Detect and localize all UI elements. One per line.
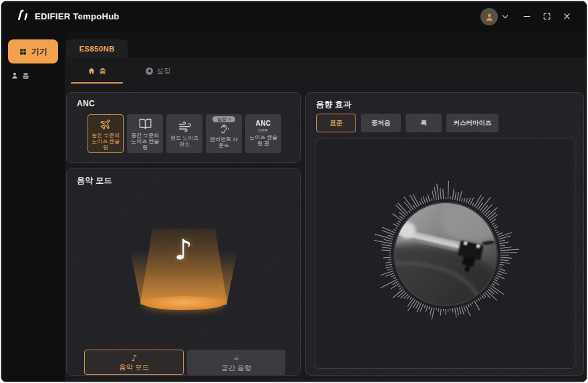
preset-bass-label: 중저음: [372, 119, 391, 128]
anc-mode-medium[interactable]: 중간 수준의 노이즈 캔슬링: [127, 114, 163, 153]
app-window: EDIFIER TempoHub: [1, 1, 587, 382]
music-mode-section: 음악 모드 ♪ ♪ 음악 모드: [66, 168, 301, 376]
preset-rock[interactable]: 록: [406, 114, 442, 132]
music-note-icon: ♪: [67, 233, 300, 266]
preset-standard[interactable]: 표준: [316, 114, 356, 132]
subtab-home[interactable]: 홈: [71, 63, 123, 79]
anc-mode-wind[interactable]: 윈드 노이즈 감소: [166, 114, 202, 153]
preset-standard-label: 표준: [330, 119, 343, 128]
sidebar-item-device[interactable]: 기기: [8, 39, 58, 63]
sidebar-item-device-label: 기기: [31, 46, 47, 57]
user-icon: [484, 12, 494, 22]
anc-mode-ambient-label: 앰비언트 사운드: [208, 136, 240, 148]
minimize-button[interactable]: [520, 9, 533, 23]
anc-off-text: ANC: [255, 120, 271, 127]
music-mode-button-row: ♪ 음악 모드 공간 음향: [84, 350, 285, 375]
music-mode-title: 음악 모드: [77, 175, 112, 186]
preset-row: 표준 중저음 록 커스터마이즈: [316, 114, 498, 132]
gear-icon: [146, 68, 153, 75]
titlebar: EDIFIER TempoHub: [1, 1, 587, 31]
user-avatar[interactable]: [480, 8, 498, 25]
tab-es850nb[interactable]: ES850NB: [66, 39, 128, 57]
anc-section-title: ANC: [77, 99, 95, 108]
sound-effect-section: 음향 효과 표준 중저음 록 커스터마이즈: [305, 92, 584, 376]
grid-icon: [19, 47, 27, 56]
turntable-photo: [394, 202, 498, 306]
active-subtab-underline: [71, 82, 123, 84]
anc-mode-medium-label: 중간 수준의 노이즈 캔슬링: [129, 132, 161, 150]
anc-mode-wind-label: 윈드 노이즈 감소: [168, 135, 200, 147]
subtab-settings-label: 설정: [156, 66, 171, 76]
music-mode-button-label: 음악 모드: [119, 363, 149, 371]
user-icon: [11, 72, 19, 80]
music-note-icon: ♪: [131, 354, 136, 362]
sound-effect-title: 음향 효과: [316, 99, 351, 110]
edifier-logo-icon: [15, 8, 30, 25]
preset-customize-label: 커스터마이즈: [454, 119, 492, 128]
ear-icon: [218, 124, 230, 135]
maximize-button[interactable]: [540, 9, 553, 23]
anc-off-subtext: OFF: [259, 128, 269, 133]
preset-bass[interactable]: 중저음: [361, 114, 401, 132]
tab-es850nb-label: ES850NB: [79, 45, 114, 53]
preset-customize[interactable]: 커스터마이즈: [446, 114, 498, 132]
subtab-home-label: 홈: [99, 66, 106, 76]
sidebar-item-home-label: 홈: [22, 71, 29, 81]
minimize-icon: [523, 12, 531, 21]
subtab-bar: 홈 설정: [71, 63, 184, 79]
sidebar-item-home[interactable]: 홈: [11, 69, 29, 82]
sidebar: 기기 홈: [1, 31, 65, 382]
anc-mode-high[interactable]: 높은 수준의 노이즈 캔슬링: [88, 114, 124, 153]
anc-mode-off-label: 노이즈 캔슬링 끔: [247, 134, 279, 146]
music-mode-button[interactable]: ♪ 음악 모드: [84, 350, 184, 375]
anc-mode-row: 높은 수준의 노이즈 캔슬링 중간 수준의 노이즈 캔슬링: [88, 114, 281, 153]
app-title: EDIFIER TempoHub: [35, 11, 120, 21]
spatial-audio-button-label: 공간 음향: [221, 364, 251, 372]
anc-section: ANC 높은 수준의 노이즈 캔슬링 중간 수준의 노이즈 캔: [66, 92, 301, 163]
device-tab-bar: ES850NB: [65, 31, 587, 57]
sound-visual-panel: [315, 138, 575, 369]
anc-mode-off[interactable]: ANC OFF 노이즈 캔슬링 끔: [245, 114, 281, 153]
chevron-down-icon[interactable]: [500, 12, 510, 21]
spotlight-pool: [142, 296, 225, 310]
close-icon: [563, 12, 571, 21]
maximize-icon: [543, 12, 551, 21]
home-icon: [88, 67, 96, 75]
subtab-settings[interactable]: 설정: [132, 63, 184, 79]
airplane-icon: [96, 114, 116, 134]
wind-icon: [178, 120, 192, 134]
anc-mode-high-label: 높은 수준의 노이즈 캔슬링: [90, 132, 122, 150]
book-icon: [138, 117, 152, 131]
content-area: 홈 설정 ANC 높은 수준의 노이즈 캔슬링: [65, 57, 587, 382]
spatial-audio-icon: [231, 354, 241, 363]
ambient-settings-badge[interactable]: 설정 >: [212, 116, 235, 122]
spatial-audio-button[interactable]: 공간 음향: [187, 350, 285, 375]
preset-rock-label: 록: [420, 119, 427, 128]
close-button[interactable]: [560, 9, 573, 23]
turntable-photo-image: [395, 203, 496, 305]
anc-mode-ambient[interactable]: 설정 > 앰비언트 사운드: [206, 114, 242, 153]
